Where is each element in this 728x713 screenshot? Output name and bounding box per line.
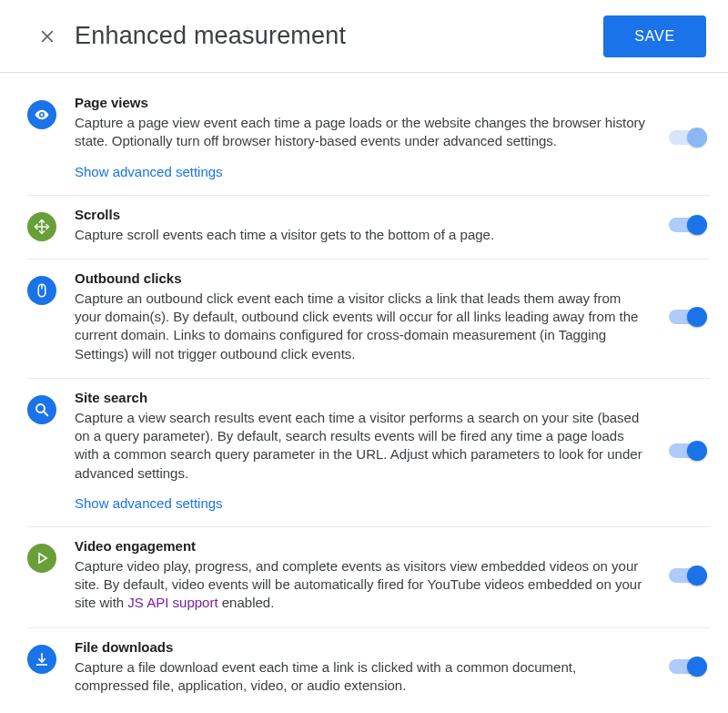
toggle-container bbox=[664, 310, 710, 324]
svg-marker-2 bbox=[39, 554, 46, 564]
save-button[interactable]: SAVE bbox=[603, 15, 706, 57]
setting-row: Outbound clicksCapture an outbound click… bbox=[27, 260, 710, 379]
toggle bbox=[669, 130, 705, 145]
svg-point-1 bbox=[36, 404, 45, 413]
download-icon bbox=[27, 645, 56, 674]
setting-text: Page viewsCapture a page view event each… bbox=[75, 95, 664, 180]
toggle-container bbox=[664, 218, 710, 232]
toggle-knob bbox=[687, 127, 707, 148]
toggle[interactable] bbox=[669, 443, 705, 458]
setting-title: Scrolls bbox=[75, 207, 650, 222]
js-api-support-link[interactable]: JS API support bbox=[127, 595, 217, 610]
setting-row: Site searchCapture a view search results… bbox=[27, 379, 710, 527]
toggle-knob bbox=[687, 441, 707, 461]
toggle[interactable] bbox=[669, 310, 705, 324]
setting-title: Page views bbox=[75, 95, 650, 110]
play-icon bbox=[27, 544, 56, 573]
toggle[interactable] bbox=[669, 218, 705, 232]
setting-description: Capture a file download event each time … bbox=[75, 658, 650, 696]
setting-text: ScrollsCapture scroll events each time a… bbox=[75, 207, 664, 244]
setting-description: Capture scroll events each time a visito… bbox=[75, 226, 650, 244]
setting-description: Capture an outbound click event each tim… bbox=[75, 290, 650, 363]
setting-text: Video engagementCapture video play, prog… bbox=[75, 538, 664, 613]
setting-title: Site search bbox=[75, 390, 650, 405]
toggle-container bbox=[664, 443, 710, 458]
mouse-icon bbox=[27, 276, 56, 305]
setting-text: File downloadsCapture a file download ev… bbox=[75, 639, 664, 696]
setting-title: File downloads bbox=[75, 639, 650, 655]
setting-title: Outbound clicks bbox=[75, 270, 650, 286]
setting-text: Site searchCapture a view search results… bbox=[75, 390, 664, 512]
toggle-knob bbox=[687, 565, 707, 586]
toggle-container bbox=[664, 659, 710, 674]
toggle-knob bbox=[687, 215, 707, 235]
show-advanced-settings-link[interactable]: Show advanced settings bbox=[75, 164, 223, 179]
toggle-knob bbox=[687, 307, 707, 327]
setting-description: Capture a page view event each time a pa… bbox=[75, 114, 650, 151]
settings-list: Page viewsCapture a page view event each… bbox=[0, 73, 728, 713]
search-icon bbox=[27, 395, 56, 424]
setting-title: Video engagement bbox=[75, 538, 650, 554]
close-icon[interactable] bbox=[36, 25, 58, 47]
setting-row: Page viewsCapture a page view event each… bbox=[27, 95, 710, 196]
toggle-container bbox=[664, 568, 710, 583]
show-advanced-settings-link[interactable]: Show advanced settings bbox=[75, 495, 223, 511]
setting-description: Capture a view search results event each… bbox=[75, 409, 650, 483]
eye-icon bbox=[27, 100, 56, 129]
toggle[interactable] bbox=[669, 568, 705, 583]
setting-row: ScrollsCapture scroll events each time a… bbox=[27, 196, 710, 260]
scroll-icon bbox=[27, 212, 56, 241]
dialog-title: Enhanced measurement bbox=[75, 22, 603, 50]
setting-description: Capture video play, progress, and comple… bbox=[75, 557, 650, 613]
setting-text: Outbound clicksCapture an outbound click… bbox=[75, 270, 664, 363]
setting-row: Video engagementCapture video play, prog… bbox=[27, 527, 710, 628]
toggle[interactable] bbox=[669, 659, 705, 674]
setting-row: File downloadsCapture a file download ev… bbox=[27, 628, 710, 710]
dialog-header: Enhanced measurement SAVE bbox=[0, 0, 728, 73]
toggle-knob bbox=[687, 657, 707, 677]
toggle-container bbox=[664, 130, 710, 145]
